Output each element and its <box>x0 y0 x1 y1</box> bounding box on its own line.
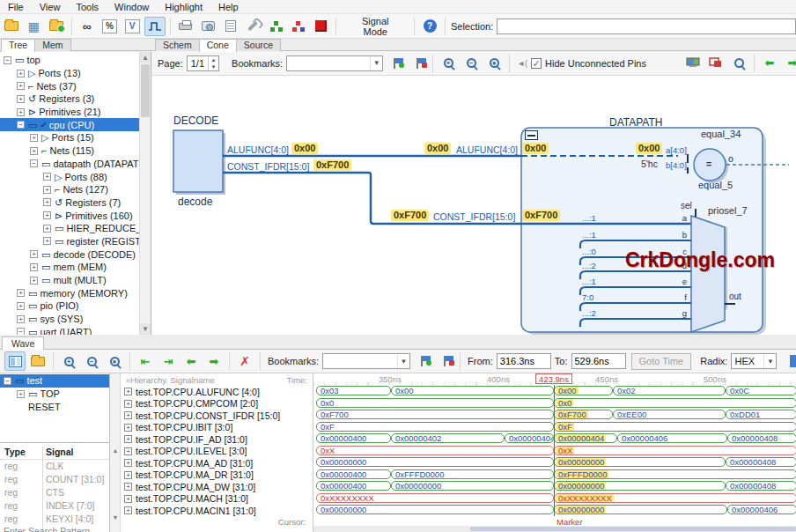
expand-icon[interactable]: + <box>124 459 132 467</box>
wave-segment[interactable]: 0xXXXXXXXX <box>316 493 554 503</box>
search-pattern-hint[interactable]: Enter Search Pattern <box>4 526 90 532</box>
forward-button[interactable]: ➡ <box>782 54 796 73</box>
wave-segment[interactable]: 0xX <box>554 446 796 455</box>
signal-row[interactable]: regCOUNT [31:0] <box>0 474 110 487</box>
wave-segment[interactable]: 0x00000404 <box>554 433 617 443</box>
expander-icon[interactable]: + <box>17 315 25 323</box>
signal-name-row[interactable]: +test.TOP.CPU.CONST_IFDR [15:0] <box>124 410 280 421</box>
wave-segment[interactable]: 0x00000406 <box>617 433 727 443</box>
tab-wave[interactable]: Wave <box>2 336 44 350</box>
wave-segment[interactable]: 0x00000406 <box>727 505 796 514</box>
expander-icon[interactable]: + <box>17 289 25 297</box>
expand-icon[interactable]: + <box>124 506 132 514</box>
radix-dropdown[interactable]: HEX▼ <box>731 353 777 369</box>
tree-item[interactable]: +▭sys (SYS) <box>0 313 139 326</box>
hierarchy-button[interactable] <box>265 17 286 36</box>
find-in-view-button[interactable] <box>728 54 749 73</box>
tree-item[interactable]: RESET <box>0 400 110 413</box>
wave-segment[interactable]: 0x00000000 <box>391 481 554 491</box>
tree-item[interactable]: −▭uart (UART) <box>0 325 139 335</box>
scroll-up-icon[interactable]: ▲ <box>140 52 151 63</box>
tree-item[interactable]: +⌐Nets (37) <box>0 79 139 92</box>
tab-cone[interactable]: Cone <box>199 39 237 52</box>
decode-block[interactable] <box>173 130 223 192</box>
tree-item[interactable]: +▷Ports (13) <box>0 67 139 80</box>
expander-icon[interactable]: + <box>30 263 38 271</box>
page-spinner[interactable]: 1/1▲▼ <box>187 55 219 71</box>
menu-help[interactable]: Help <box>210 0 247 14</box>
expand-icon[interactable]: + <box>124 435 132 443</box>
tree-item[interactable]: +⊳Primitives (160) <box>0 209 139 222</box>
expand-icon[interactable]: + <box>124 483 132 491</box>
signal-row[interactable]: regKEYXI [4:0] <box>0 514 110 527</box>
from-input[interactable] <box>497 353 551 369</box>
expander-icon[interactable]: + <box>43 198 51 206</box>
expander-icon[interactable]: − <box>17 328 25 335</box>
wave-segment[interactable]: 0xFFFD0000 <box>391 469 554 479</box>
wave-segment[interactable]: 0x00000404 <box>505 433 554 443</box>
expand-icon[interactable]: + <box>124 388 132 395</box>
tab-mem[interactable]: Mem <box>34 39 70 51</box>
percent-mode-button[interactable]: % <box>100 17 121 36</box>
signal-row[interactable]: regINDEX [7:0] <box>0 500 110 514</box>
bookmarks-dropdown[interactable]: ▼ <box>286 55 383 71</box>
tree-item[interactable]: +↺Registers (3) <box>0 92 139 106</box>
next-edge-button[interactable]: ➡ <box>203 351 225 371</box>
delete-bookmark-button[interactable] <box>407 54 428 73</box>
expander-icon[interactable]: + <box>30 147 38 155</box>
waveform-plot[interactable]: 350ns400ns450ns500ns 0x030x000x000x020x0… <box>313 373 796 532</box>
wave-names-scrollbar[interactable]: ▲ ▼ <box>110 373 121 532</box>
wave-segment[interactable]: 0x00000400 <box>316 481 391 491</box>
expand-icon[interactable]: + <box>124 424 132 432</box>
expander-icon[interactable]: + <box>43 237 51 245</box>
cursor-line[interactable] <box>554 385 555 516</box>
tree-item[interactable]: −▭top <box>0 54 139 67</box>
menu-highlight[interactable]: Highlight <box>157 0 210 14</box>
signal-name-row[interactable]: +test.TOP.CPU.IF_AD [31:0] <box>124 433 247 445</box>
add-bookmark-button[interactable] <box>384 54 405 73</box>
hide-pins-checkbox[interactable]: ✓ <box>531 58 542 69</box>
collapse-icon[interactable] <box>525 130 538 140</box>
wave-segment[interactable]: 0x00000000 <box>554 457 726 467</box>
menu-tools[interactable]: Tools <box>68 0 107 14</box>
goto-end-button[interactable]: ⇥ <box>158 351 179 371</box>
expander-icon[interactable]: − <box>30 159 38 167</box>
window-overlay-button[interactable] <box>705 54 726 73</box>
scroll-thumb[interactable] <box>470 527 796 531</box>
expander-icon[interactable]: + <box>30 134 38 142</box>
expander-icon[interactable]: + <box>17 390 25 398</box>
expander-icon[interactable]: + <box>43 211 51 219</box>
wave-segment[interactable]: 0x00000400 <box>316 469 391 479</box>
wave-segment[interactable]: 0x00000408 <box>727 433 796 443</box>
tree-item[interactable]: +⌐Nets (115) <box>0 144 139 158</box>
wave-segment[interactable]: 0x0 <box>316 398 554 408</box>
wave-segment[interactable]: 0x02 <box>613 386 726 395</box>
wave-segment[interactable]: 0x00000400 <box>316 433 391 443</box>
waveform-view-button[interactable] <box>144 17 166 36</box>
print-button[interactable] <box>175 17 196 36</box>
search-button[interactable]: ∞ <box>77 17 98 36</box>
tab-tree[interactable]: Tree <box>1 39 35 52</box>
tree-item[interactable]: +↺Registers (7) <box>0 196 139 210</box>
menu-window[interactable]: Window <box>107 0 157 14</box>
expand-icon[interactable]: + <box>124 411 132 419</box>
tree-item[interactable]: +▭register (REGISTER) <box>0 235 139 248</box>
wave-segment[interactable]: 0x00000408 <box>726 481 796 491</box>
signal-name-row[interactable]: +test.TOP.CPU.IBIT [3:0] <box>124 422 232 433</box>
wave-zoom-out-button[interactable]: − <box>81 351 102 371</box>
zoom-in-button[interactable]: + <box>438 54 459 73</box>
wave-segment[interactable]: 0x0 <box>554 398 796 408</box>
scroll-down-icon[interactable]: ▼ <box>140 323 151 335</box>
spinner-arrows-icon[interactable]: ▲▼ <box>208 56 218 70</box>
priosel-mux[interactable] <box>691 216 725 332</box>
prev-edge-button[interactable]: ⬅ <box>181 351 202 371</box>
expander-icon[interactable]: + <box>30 250 38 258</box>
wave-segment[interactable]: 0x00 <box>391 386 554 395</box>
wave-zoom-in-button[interactable]: + <box>58 351 79 371</box>
expand-icon[interactable]: + <box>124 495 132 503</box>
goto-start-button[interactable]: ⇤ <box>135 351 156 371</box>
tree-item[interactable]: +▭HIER_REDUCE_OR:2:4 ( <box>0 222 139 235</box>
voltage-mode-button[interactable]: V <box>122 17 143 36</box>
wave-segment[interactable]: 0xX <box>316 446 554 455</box>
wave-segment[interactable]: 0xF700 <box>316 410 554 419</box>
